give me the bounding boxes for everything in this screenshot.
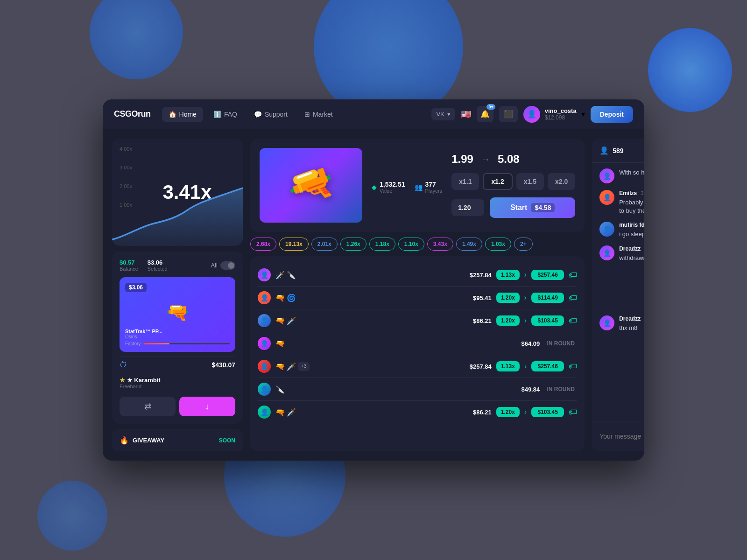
- tag-0[interactable]: 2.68x: [250, 238, 276, 251]
- weapon-icon: 🔫: [275, 294, 285, 302]
- value-stat: ◆ 1,532.51 Value: [372, 181, 405, 194]
- weapon-icon: 🗡️: [275, 271, 285, 280]
- value-label: Value: [380, 188, 405, 194]
- tag-3[interactable]: 1.26x: [340, 238, 366, 251]
- weapon-icon: 🔫: [275, 316, 285, 325]
- flag-us[interactable]: 🇺🇸: [461, 109, 471, 119]
- logout-button[interactable]: ⬛: [499, 106, 518, 122]
- nav-faq[interactable]: ℹ️ FAQ: [207, 107, 244, 122]
- nav-home[interactable]: 🏠 Home: [162, 107, 203, 122]
- table-row: 👤 🔫 🗡️ +3 $257.84 1.13x › $257.46 🏷: [258, 355, 577, 378]
- main-content: 4.00x 3.00x 2.00x 1.00x 3.41x: [103, 129, 644, 461]
- bg-decoration-5: [37, 481, 107, 551]
- chat-meta: Emilzs 3:04 AM: [619, 190, 644, 196]
- list-item: 👤 mutiris fds 8:09 AM i go sleep: [599, 222, 644, 238]
- tag-5[interactable]: 1.10x: [398, 238, 424, 251]
- swap-button[interactable]: ⇄: [120, 397, 176, 416]
- bet-input[interactable]: [451, 199, 484, 216]
- mult-btn-4[interactable]: x2.0: [548, 173, 575, 190]
- chat-body: Dreadzz 8:21 AM thx m8: [619, 315, 644, 332]
- karambit-info: ★ ★ Karambit Freehand: [120, 373, 235, 393]
- tags-row: 2.68x 19.13x 2.01x 1.26x 1.18x 1.10x 3.4…: [250, 238, 585, 251]
- bg-decoration-2: [90, 0, 183, 79]
- toggle-switch[interactable]: [220, 261, 235, 270]
- nav-right: VK ▾ 🇺🇸 🔔 9+ ⬛ 👤 vino_costa $12,098 ▾ De…: [431, 106, 633, 123]
- clock-icon: ⏱: [120, 361, 127, 369]
- chat-avatar: 👤: [599, 190, 614, 205]
- round-prize: $114.49: [531, 293, 564, 303]
- item-skin: Osiris: [125, 334, 230, 339]
- tag-8[interactable]: 1.03x: [485, 238, 511, 251]
- weapon-icons: 🔫 🗡️ +3: [275, 362, 459, 371]
- all-toggle[interactable]: All: [211, 261, 235, 270]
- player-avatars: 👤: [258, 291, 271, 304]
- multiplier-section: 1.99 → 5.08 x1.1 x1.2 x1.5 x2.0 Start: [451, 153, 575, 218]
- in-round-badge: IN ROUND: [544, 386, 577, 392]
- wear-label: Factory: [125, 341, 141, 346]
- multiplier-options: x1.1 x1.2 x1.5 x2.0: [451, 173, 575, 190]
- players-stat: 👥 377 Players: [415, 181, 443, 194]
- social-vk[interactable]: VK ▾: [431, 108, 455, 120]
- tag-6[interactable]: 3.43x: [427, 238, 453, 251]
- round-prize: $103.45: [531, 315, 564, 326]
- nav-market[interactable]: ⊞ Market: [298, 107, 339, 122]
- avatar: 👤: [258, 406, 271, 419]
- chat-time: 3:04 AM: [641, 190, 644, 196]
- players-icon: 👥: [415, 183, 423, 191]
- tag-1[interactable]: 19.13x: [279, 238, 309, 251]
- weapon-icon: 🗡️: [287, 408, 296, 417]
- message-input[interactable]: [599, 433, 644, 440]
- start-button[interactable]: Start $4.58: [490, 197, 575, 218]
- weapon-icons: 🗡️ 🔪: [275, 271, 459, 280]
- round-amount: $86.21: [464, 409, 492, 416]
- arrow-icon: ›: [524, 294, 527, 302]
- tag-9[interactable]: 2+: [514, 238, 533, 251]
- vk-icon: VK: [436, 111, 444, 118]
- weapon-icon: 🔪: [275, 385, 285, 394]
- info-icon: ℹ️: [213, 111, 221, 118]
- tag-2[interactable]: 2.01x: [311, 238, 338, 251]
- countdown-value: $430.07: [211, 361, 235, 369]
- chat-meta: mutiris fds 8:09 AM: [619, 222, 644, 228]
- start-price: $4.58: [531, 203, 555, 212]
- round-amount: $49.84: [512, 386, 540, 393]
- notifications-button[interactable]: 🔔 9+: [477, 106, 493, 122]
- player-avatars: 👤: [258, 314, 271, 327]
- grid-icon: ⊞: [304, 111, 310, 118]
- chat-users: 👤 589: [599, 146, 623, 155]
- giveaway-bar: 🔥 GIVEAWAY SOON: [112, 429, 243, 451]
- deposit-button[interactable]: Deposit: [591, 106, 633, 123]
- nav-support[interactable]: 💬 Support: [247, 107, 294, 122]
- mult-btn-2[interactable]: x1.2: [483, 173, 512, 190]
- round-amount: $64.09: [512, 340, 540, 347]
- mult-btn-1[interactable]: x1.1: [451, 173, 479, 190]
- app-window: CSGOrun 🏠 Home ℹ️ FAQ 💬 Support ⊞ Market…: [103, 99, 644, 461]
- player-avatars: 👤: [258, 406, 271, 419]
- player-avatars: 👤: [258, 337, 271, 350]
- chat-username: Dreadzz: [619, 245, 641, 252]
- tag-4[interactable]: 1.18x: [369, 238, 395, 251]
- mult-btn-3[interactable]: x1.5: [516, 173, 544, 190]
- round-prize: $257.46: [531, 361, 564, 371]
- chat-body: Emilzs 3:04 AM Probably because the bots…: [619, 190, 644, 215]
- chat-header: 👤 589 Chat rules ›: [592, 139, 644, 163]
- chat-avatar: 👤: [599, 222, 614, 237]
- user-info[interactable]: 👤 vino_costa $12,098 ▾: [523, 106, 585, 123]
- arrow-icon: ›: [524, 408, 527, 416]
- tag-7[interactable]: 1.49x: [456, 238, 482, 251]
- gem-icon: ◆: [372, 183, 377, 191]
- weapon-icons: 🔫 🌀: [275, 294, 459, 302]
- rounds-card: 👤 🗡️ 🔪 $257.84 1.13x › $257.46 🏷 👤: [250, 256, 585, 451]
- navbar: CSGOrun 🏠 Home ℹ️ FAQ 💬 Support ⊞ Market…: [103, 99, 644, 129]
- chat-avatar: 👤: [599, 315, 614, 330]
- chat-input-row: ↑: [592, 421, 644, 451]
- down-button[interactable]: ↓: [179, 397, 235, 416]
- selected-item-card[interactable]: $3.06 🔫 StatTrak™ PP... Osiris Factory: [120, 277, 235, 352]
- round-multiplier: 1.13x: [496, 361, 520, 371]
- avatar: 👤: [258, 360, 271, 373]
- stat-value-amount: 1,532.51: [380, 181, 405, 188]
- karambit-skin: Freehand: [120, 384, 235, 389]
- item-wear: Factory: [125, 341, 230, 346]
- chat-avatar: 👤: [599, 245, 614, 260]
- selected-value: $3.06: [148, 259, 168, 266]
